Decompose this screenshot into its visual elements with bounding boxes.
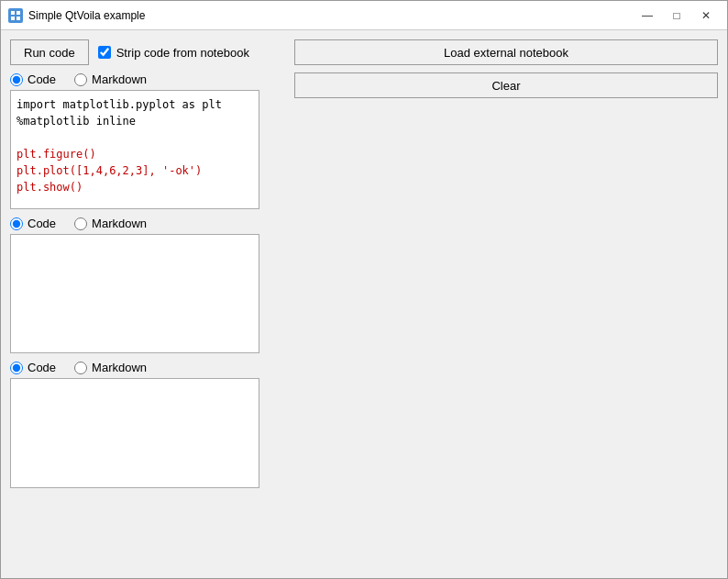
svg-rect-1	[17, 11, 20, 15]
title-bar-left: Simple QtVoila example	[8, 8, 145, 23]
svg-rect-0	[11, 11, 15, 15]
cell-2-code-label: Code	[28, 217, 56, 230]
main-content: Run code Strip code from notebook Code M…	[1, 30, 727, 578]
cell-1-markdown-radio[interactable]	[74, 73, 87, 86]
cell-1-code-radio[interactable]	[10, 73, 23, 86]
cell-3-code-radio[interactable]	[10, 362, 23, 374]
cell-1-radio-row: Code Markdown	[10, 72, 285, 86]
cell-3: Code Markdown	[10, 361, 285, 488]
left-panel: Run code Strip code from notebook Code M…	[10, 39, 285, 569]
code-line-1: import matplotlib.pyplot as plt	[17, 96, 253, 113]
cell-2-editor[interactable]	[10, 234, 259, 353]
toolbar: Run code Strip code from notebook	[10, 39, 285, 65]
cell-3-editor[interactable]	[10, 378, 259, 488]
svg-rect-2	[11, 17, 15, 20]
run-code-button[interactable]: Run code	[10, 39, 89, 65]
code-line-4: plt.figure()	[17, 146, 253, 162]
cell-3-radio-row: Code Markdown	[10, 361, 285, 374]
title-bar: Simple QtVoila example — □ ✕	[1, 1, 727, 30]
main-window: Simple QtVoila example — □ ✕ Run code St…	[0, 0, 728, 579]
right-panel: Load external notebook Clear	[294, 39, 718, 569]
cell-1-code-radio-label[interactable]: Code	[10, 72, 56, 86]
cell-3-code-radio-label[interactable]: Code	[10, 361, 56, 374]
load-external-notebook-button[interactable]: Load external notebook	[294, 39, 718, 65]
clear-button[interactable]: Clear	[294, 72, 718, 98]
cell-2-radio-row: Code Markdown	[10, 217, 285, 230]
cell-3-markdown-radio-label[interactable]: Markdown	[74, 361, 147, 374]
window-title: Simple QtVoila example	[28, 9, 145, 22]
cell-1-markdown-label: Markdown	[92, 72, 147, 86]
cell-3-code-label: Code	[28, 361, 56, 374]
code-line-2: %matplotlib inline	[17, 113, 253, 129]
strip-code-checkbox-label[interactable]: Strip code from notebook	[98, 46, 249, 60]
cell-1-code-label: Code	[28, 72, 56, 86]
maximize-button[interactable]: □	[663, 6, 690, 25]
cell-3-markdown-label: Markdown	[92, 361, 147, 374]
cell-1-code-display[interactable]: import matplotlib.pyplot as plt %matplot…	[10, 90, 259, 209]
cell-2-markdown-radio[interactable]	[74, 217, 87, 230]
cell-3-markdown-radio[interactable]	[74, 362, 87, 374]
minimize-button[interactable]: —	[634, 6, 661, 25]
cell-2-code-radio[interactable]	[10, 217, 23, 230]
strip-code-checkbox[interactable]	[98, 46, 111, 59]
svg-rect-3	[17, 17, 20, 20]
close-button[interactable]: ✕	[692, 6, 720, 25]
window-controls: — □ ✕	[634, 6, 720, 25]
cell-1: Code Markdown import matplotlib.pyplot a…	[10, 72, 285, 209]
code-line-6: plt.show()	[17, 179, 253, 195]
strip-code-label: Strip code from notebook	[116, 46, 249, 60]
cell-2-markdown-radio-label[interactable]: Markdown	[74, 217, 147, 230]
cell-1-markdown-radio-label[interactable]: Markdown	[74, 72, 147, 86]
cell-2-code-radio-label[interactable]: Code	[10, 217, 56, 230]
code-line-5: plt.plot([1,4,6,2,3], '-ok')	[17, 162, 253, 179]
code-line-3	[17, 129, 253, 146]
cell-2: Code Markdown	[10, 217, 285, 353]
window-app-icon	[8, 8, 23, 23]
cell-2-markdown-label: Markdown	[92, 217, 147, 230]
